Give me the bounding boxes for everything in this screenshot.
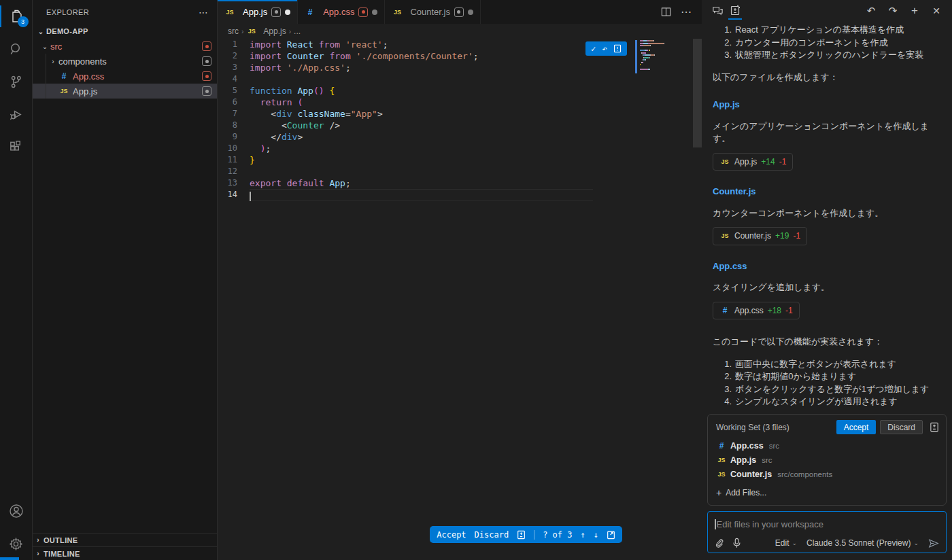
section-title-app-js[interactable]: App.js: [713, 99, 941, 111]
chat-response: 1.React アプリケーションの基本構造を作成 2.カウンター用のコンポーネン…: [702, 21, 952, 414]
section-title-counter-js[interactable]: Counter.js: [713, 186, 941, 198]
timeline-panel-header[interactable]: › TIMELINE: [33, 546, 217, 560]
file-chip-app-js[interactable]: JS App.js +14 -1: [713, 153, 793, 171]
deletions-count: -1: [785, 304, 793, 317]
discard-change-icon[interactable]: ↶: [602, 43, 607, 54]
accept-all-button[interactable]: Accept: [836, 420, 877, 434]
edit-session-icon[interactable]: [726, 2, 744, 20]
breadcrumb[interactable]: src › JS App.js › ...: [218, 24, 702, 39]
editor-more-actions-icon[interactable]: ⋯: [681, 5, 692, 18]
file-chip-app-css[interactable]: # App.css +18 -1: [713, 302, 800, 320]
tab-label: App.css: [323, 7, 354, 17]
code-editor[interactable]: 1import React from 'react';2import Count…: [218, 39, 702, 560]
code-line[interactable]: 3import './App.css';: [218, 62, 702, 73]
unsaved-dot-icon[interactable]: [372, 10, 377, 15]
tree-root-demo-app[interactable]: ⌄ DEMO-APP: [33, 24, 217, 39]
run-debug-icon[interactable]: [0, 98, 33, 130]
source-control-icon[interactable]: [0, 65, 33, 98]
code-line[interactable]: 8 <Counter />: [218, 120, 702, 131]
view-all-diffs-icon[interactable]: [930, 422, 939, 432]
search-icon[interactable]: [0, 33, 33, 65]
chat-input-box[interactable]: Edit files in your workspace Edit ⌄: [707, 511, 947, 553]
send-icon[interactable]: [928, 538, 939, 548]
accept-file-button[interactable]: Accept: [437, 530, 466, 540]
feature-list: 1.画面中央に数字とボタンが表示されます 2.数字は初期値0から始まります 3.…: [717, 358, 941, 408]
discard-all-button[interactable]: Discard: [880, 420, 923, 434]
open-changes-icon[interactable]: [607, 530, 615, 540]
tree-item-app-js[interactable]: JS App.js: [33, 84, 217, 99]
file-chip-counter-js[interactable]: JS Counter.js +19 -1: [713, 227, 807, 245]
undo-icon[interactable]: ↶: [862, 2, 880, 20]
redo-icon[interactable]: ↷: [884, 2, 902, 20]
list-item: 数字は初期値0から始まります: [735, 370, 856, 383]
outline-panel-header[interactable]: › OUTLINE: [33, 533, 217, 546]
extensions-icon[interactable]: [0, 130, 33, 163]
minimap[interactable]: [635, 40, 684, 73]
discard-file-button[interactable]: Discard: [475, 530, 509, 540]
close-panel-icon[interactable]: ✕: [928, 2, 945, 20]
model-picker-dropdown[interactable]: Claude 3.5 Sonnet (Preview) ⌄: [806, 538, 919, 548]
tree-item-app-css[interactable]: # App.css: [33, 69, 217, 84]
breadcrumb-symbol[interactable]: ...: [294, 27, 301, 36]
inline-diff-toolbar: ✓ ↶: [585, 41, 627, 56]
working-set-title: Working Set (3 files): [716, 423, 832, 432]
diff-file-icon[interactable]: [517, 530, 526, 540]
code-line[interactable]: 13export default App;: [218, 177, 702, 189]
line-number: 8: [218, 120, 250, 131]
code-line[interactable]: 1import React from 'react';: [218, 39, 702, 50]
modified-badge-icon: [202, 86, 211, 96]
toggle-diff-icon[interactable]: [613, 44, 622, 53]
tree-item-components[interactable]: › components: [33, 54, 217, 69]
text-cursor: [715, 519, 716, 529]
previous-change-icon[interactable]: ↑: [581, 530, 585, 540]
new-session-icon[interactable]: +: [906, 2, 923, 20]
add-files-button[interactable]: + Add Files...: [708, 481, 946, 502]
unsaved-dot-icon[interactable]: [285, 10, 290, 15]
code-line[interactable]: 7 <div className="App">: [218, 108, 702, 120]
css-file-icon: #: [305, 7, 316, 17]
section-title-app-css[interactable]: App.css: [713, 260, 941, 273]
breadcrumb-src[interactable]: src: [228, 27, 239, 36]
line-number: 7: [218, 108, 250, 120]
file-path: src: [762, 456, 772, 464]
modified-badge-icon: [202, 41, 211, 51]
code-line[interactable]: 12: [218, 166, 702, 177]
tab-counter-js[interactable]: JS Counter.js: [385, 0, 481, 24]
chevron-right-icon: ›: [241, 28, 243, 35]
mode-picker-dropdown[interactable]: Edit ⌄: [775, 538, 797, 548]
working-set-file-app-js[interactable]: JS App.js src: [708, 453, 946, 467]
file-name: Counter.js: [730, 470, 772, 479]
attach-context-icon[interactable]: [715, 538, 724, 548]
code-line[interactable]: 10 );: [218, 143, 702, 154]
explorer-icon[interactable]: 3: [0, 0, 33, 33]
unsaved-dot-icon[interactable]: [468, 10, 473, 15]
code-line[interactable]: 5function App() {: [218, 85, 702, 97]
additions-count: +18: [768, 304, 781, 317]
list-item: 画面中央に数字とボタンが表示されます: [735, 358, 896, 371]
additions-count: +14: [761, 156, 775, 169]
code-line[interactable]: 4: [218, 73, 702, 85]
working-set-file-counter-js[interactable]: JS Counter.js src/components: [708, 467, 946, 481]
split-editor-icon[interactable]: [661, 7, 671, 17]
tab-app-js[interactable]: JS App.js: [218, 0, 298, 24]
code-line[interactable]: 14: [218, 189, 702, 200]
code-line[interactable]: 2import Counter from './components/Count…: [218, 50, 702, 62]
code-line[interactable]: 11}: [218, 154, 702, 166]
accounts-icon[interactable]: [0, 495, 33, 527]
explorer-more-actions-icon[interactable]: ⋯: [199, 7, 209, 18]
breadcrumb-file[interactable]: App.js: [263, 27, 286, 36]
editor-scrollbar[interactable]: [693, 39, 702, 147]
settings-gear-icon[interactable]: [0, 527, 33, 560]
microphone-icon[interactable]: [732, 538, 741, 548]
tab-app-css[interactable]: # App.css: [298, 0, 385, 24]
code-line[interactable]: 9 </div>: [218, 131, 702, 143]
working-set-file-app-css[interactable]: # App.css src: [708, 438, 946, 453]
status-bar-remote-sliver[interactable]: [0, 557, 19, 560]
tree-item-src[interactable]: ⌄ src: [33, 39, 217, 54]
chevron-down-icon: ⌄: [792, 540, 797, 546]
accept-change-icon[interactable]: ✓: [591, 44, 596, 54]
code-line[interactable]: 6 return (: [218, 97, 702, 108]
chat-input-field[interactable]: Edit files in your workspace: [715, 517, 939, 531]
chat-view-icon[interactable]: [709, 2, 726, 20]
next-change-icon[interactable]: ↓: [594, 530, 598, 540]
